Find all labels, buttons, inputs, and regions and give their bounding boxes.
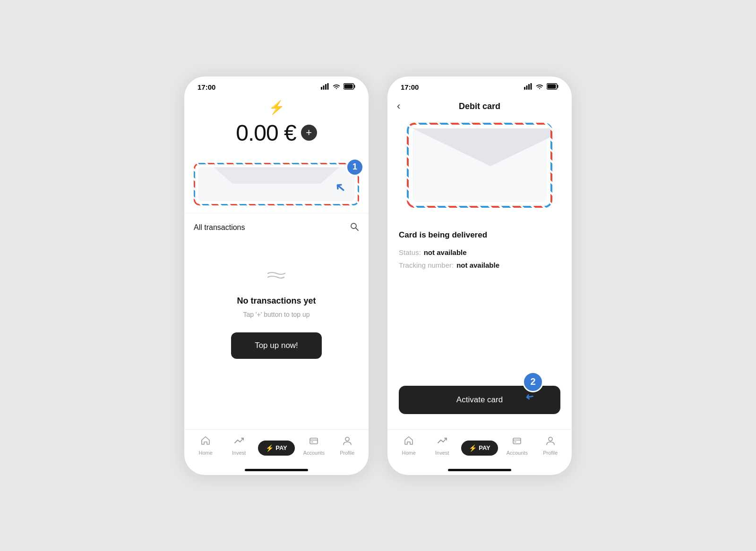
home-indicator-2 xyxy=(448,469,511,471)
transactions-header: All transactions xyxy=(184,213,369,240)
status-value: not available xyxy=(424,248,467,256)
nav-home-1[interactable]: Home xyxy=(191,435,220,456)
home-icon-1 xyxy=(200,435,211,448)
svg-rect-16 xyxy=(531,83,532,90)
svg-rect-0 xyxy=(321,87,322,90)
pay-label-1: PAY xyxy=(275,444,287,451)
back-button[interactable]: ‹ xyxy=(397,100,400,112)
nav-accounts-2[interactable]: Accounts xyxy=(503,435,531,456)
card-being-delivered: Card is being delivered xyxy=(399,230,560,240)
time-2: 17:00 xyxy=(401,83,419,91)
wifi-icon-2 xyxy=(535,83,544,91)
nav-pay-1[interactable]: ⚡ PAY xyxy=(258,441,295,456)
nav-accounts-label-2: Accounts xyxy=(507,450,528,456)
nav-invest-label-1: Invest xyxy=(232,450,246,456)
activate-area: 2 ➜ Activate card xyxy=(387,376,572,429)
nav-profile-1[interactable]: Profile xyxy=(333,435,361,456)
svg-line-8 xyxy=(356,228,358,230)
card-status-row: Status: not available xyxy=(399,248,560,256)
signal-icon-2 xyxy=(524,83,533,91)
nav-pay-2[interactable]: ⚡ PAY xyxy=(461,441,498,456)
pay-button-2[interactable]: ⚡ PAY xyxy=(461,441,498,456)
nav-home-2[interactable]: Home xyxy=(395,435,423,456)
nav-invest-1[interactable]: Invest xyxy=(225,435,253,456)
bottom-nav-1: Home Invest ⚡ PAY Accounts xyxy=(184,429,369,469)
svg-rect-6 xyxy=(344,84,353,88)
add-balance-button[interactable]: + xyxy=(301,125,317,141)
empty-state-title: No transactions yet xyxy=(237,296,316,306)
envelope-card-1 xyxy=(194,163,359,205)
wind-icon xyxy=(267,269,286,288)
status-bar-1: 17:00 xyxy=(184,76,369,95)
status-icons-1 xyxy=(321,83,355,91)
svg-rect-1 xyxy=(323,85,325,90)
nav-accounts-1[interactable]: Accounts xyxy=(300,435,328,456)
svg-rect-20 xyxy=(513,438,521,444)
search-button[interactable] xyxy=(350,222,359,234)
nav-profile-label-1: Profile xyxy=(340,450,354,456)
tracking-value: not available xyxy=(456,261,499,269)
nav-accounts-label-1: Accounts xyxy=(303,450,325,456)
svg-point-7 xyxy=(351,223,356,229)
notification-badge-1: 1 xyxy=(346,158,364,176)
accounts-icon-1 xyxy=(309,435,319,448)
invest-icon-1 xyxy=(234,435,244,448)
invest-icon-2 xyxy=(437,435,447,448)
spacer-2 xyxy=(387,283,572,376)
debit-card-envelope xyxy=(407,123,552,208)
tracking-row: Tracking number: not available xyxy=(399,261,560,269)
pay-button-1[interactable]: ⚡ PAY xyxy=(258,441,295,456)
signal-icon-1 xyxy=(321,83,329,91)
nav-profile-2[interactable]: Profile xyxy=(536,435,565,456)
status-icons-2 xyxy=(524,83,558,91)
nav-home-label-2: Home xyxy=(402,450,416,456)
svg-point-23 xyxy=(549,437,552,441)
svg-rect-18 xyxy=(557,85,558,88)
nav-home-label-1: Home xyxy=(199,450,213,456)
profile-icon-2 xyxy=(545,435,556,448)
nav-profile-label-2: Profile xyxy=(543,450,558,456)
nav-invest-label-2: Invest xyxy=(435,450,449,456)
envelope-inner-1 xyxy=(198,167,355,201)
pay-label-2: PAY xyxy=(479,444,490,451)
debit-envelope-inner xyxy=(412,128,547,202)
pay-bolt-icon-2: ⚡ xyxy=(469,444,477,452)
card-info: Card is being delivered Status: not avai… xyxy=(387,230,572,283)
envelope-flap-1 xyxy=(214,167,339,184)
status-bar-2: 17:00 xyxy=(387,76,572,95)
home-indicator-1 xyxy=(245,469,308,471)
svg-rect-19 xyxy=(548,84,556,88)
phone-screen-1: 17:00 ⚡ 0.00 € + xyxy=(184,76,369,475)
app-logo-1: ⚡ xyxy=(268,100,285,115)
envelope-flap-2 xyxy=(412,128,552,166)
svg-rect-2 xyxy=(325,84,326,90)
tracking-label: Tracking number: xyxy=(399,261,454,269)
nav-invest-2[interactable]: Invest xyxy=(428,435,456,456)
battery-icon-2 xyxy=(547,83,558,91)
status-label: Status: xyxy=(399,248,421,256)
notification-badge-2: 2 xyxy=(523,372,543,392)
time-1: 17:00 xyxy=(198,83,215,91)
screens-container: 17:00 ⚡ 0.00 € + xyxy=(184,76,572,475)
transactions-title: All transactions xyxy=(194,223,245,232)
svg-rect-15 xyxy=(528,84,530,90)
phone-screen-2: 17:00 ‹ Debit card xyxy=(387,76,572,475)
empty-state-subtitle: Tap '+' button to top up xyxy=(243,311,309,318)
svg-rect-14 xyxy=(526,85,528,90)
svg-point-12 xyxy=(345,437,349,441)
svg-rect-13 xyxy=(524,87,525,90)
bottom-nav-2: Home Invest ⚡ PAY Accounts xyxy=(387,429,572,469)
pay-bolt-icon-1: ⚡ xyxy=(266,444,274,452)
battery-icon-1 xyxy=(344,83,355,91)
empty-state: No transactions yet Tap '+' button to to… xyxy=(184,240,369,429)
top-up-button[interactable]: Top up now! xyxy=(231,332,322,359)
screen1-header: ⚡ 0.00 € + xyxy=(184,95,369,163)
accounts-icon-2 xyxy=(512,435,522,448)
wifi-icon-1 xyxy=(332,83,341,91)
screen2-title: Debit card xyxy=(459,102,500,111)
profile-icon-1 xyxy=(342,435,352,448)
svg-rect-9 xyxy=(310,438,318,444)
home-icon-2 xyxy=(404,435,414,448)
svg-rect-5 xyxy=(354,85,355,88)
screen2-header: ‹ Debit card xyxy=(387,95,572,118)
